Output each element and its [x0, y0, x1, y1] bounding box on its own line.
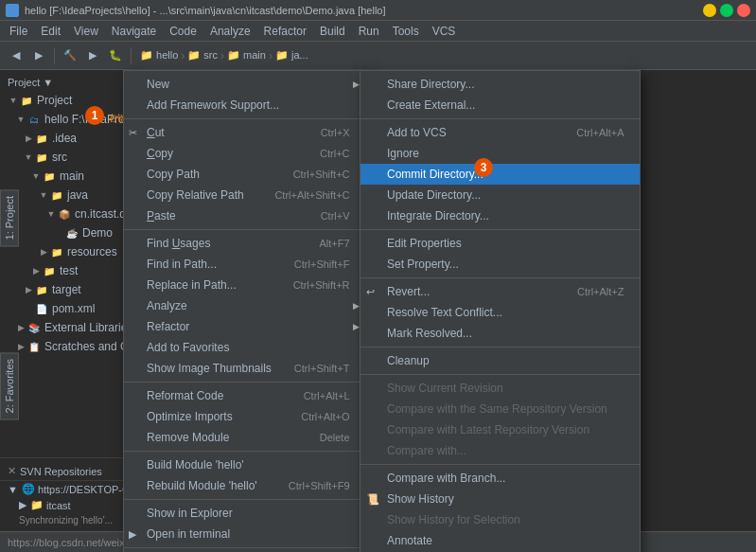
- ctx-remove-module[interactable]: Remove Module Delete: [124, 427, 365, 448]
- menu-code[interactable]: Code: [164, 23, 202, 40]
- sub-update-dir[interactable]: Update Directory...: [360, 185, 640, 205]
- forward-btn[interactable]: ▶: [28, 45, 49, 66]
- toolbar-sep-2: [131, 47, 132, 64]
- tree-label-target: target: [52, 283, 81, 296]
- ctx-add-framework[interactable]: Add Framework Support...: [124, 95, 365, 116]
- menu-tools[interactable]: Tools: [387, 23, 425, 40]
- ctx-image-thumb[interactable]: Show Image Thumbnails Ctrl+Shift+T: [124, 358, 365, 379]
- ctx-sep-1: [124, 118, 365, 119]
- minimize-btn[interactable]: [703, 4, 716, 17]
- ctx-sep-4: [124, 451, 365, 452]
- sub-mark-resolved[interactable]: Mark Resolved...: [360, 323, 640, 344]
- ctx-copy-path[interactable]: Copy Path Ctrl+Shift+C: [124, 164, 365, 185]
- tree-label-project: Project: [37, 94, 72, 107]
- run-btn[interactable]: ▶: [82, 45, 103, 66]
- sub-resolve-conflict[interactable]: Resolve Text Conflict...: [360, 302, 640, 323]
- tree-label-resources: resources: [67, 245, 117, 258]
- sub-create-ext[interactable]: Create External...: [360, 95, 640, 116]
- tree-label-idea: .idea: [52, 132, 77, 145]
- tree-label-main: main: [60, 169, 84, 183]
- sub-revert[interactable]: ↩ Revert... Ctrl+Alt+Z: [360, 281, 640, 302]
- ctx-copy[interactable]: Copy Ctrl+C: [124, 143, 365, 164]
- breadcrumb-java[interactable]: 📁 ja...: [275, 49, 308, 62]
- ctx-sep-6: [124, 547, 365, 548]
- title-bar: hello [F:\IdeaProjects\hello] - ...\src\…: [0, 0, 756, 21]
- ctx-cut[interactable]: ✂ Cut Ctrl+X: [124, 122, 365, 143]
- menu-file[interactable]: File: [4, 23, 33, 40]
- sub-annotate[interactable]: Annotate: [360, 530, 640, 551]
- sub-add-vcs[interactable]: Add to VCS Ctrl+Alt+A: [360, 122, 640, 143]
- ctx-find-path[interactable]: Find in Path... Ctrl+Shift+F: [124, 254, 365, 275]
- breadcrumb-hello[interactable]: 📁 hello: [140, 49, 178, 62]
- sub-compare-same-repo: Compare with the Same Repository Version: [360, 399, 640, 419]
- menu-edit[interactable]: Edit: [35, 23, 66, 40]
- menu-navigate[interactable]: Navigate: [106, 23, 162, 40]
- window-controls: [703, 4, 750, 17]
- back-btn[interactable]: ◀: [6, 45, 26, 66]
- tree-label-java: java: [67, 188, 88, 202]
- ctx-rebuild-module[interactable]: Rebuild Module 'hello' Ctrl+Shift+F9: [124, 475, 365, 496]
- ctx-reformat[interactable]: Reformat Code Ctrl+Alt+L: [124, 385, 365, 406]
- sub-sep-6: [360, 464, 640, 465]
- sub-set-prop[interactable]: Set Property...: [360, 254, 640, 275]
- ctx-copy-rel-path[interactable]: Copy Relative Path Ctrl+Alt+Shift+C: [124, 185, 365, 205]
- history-icon: 📜: [366, 493, 379, 506]
- context-menu: New Add Framework Support... ✂ Cut Ctrl+…: [123, 70, 366, 552]
- ctx-sep-2: [124, 229, 365, 230]
- favorites-tab[interactable]: 2: Favorites: [0, 352, 19, 419]
- ctx-new[interactable]: New: [124, 74, 365, 95]
- sidebar-title: Project ▼: [8, 77, 53, 88]
- ctx-sep-3: [124, 382, 365, 383]
- ctx-show-explorer[interactable]: Show in Explorer: [124, 503, 365, 524]
- ctx-add-favorites[interactable]: Add to Favorites: [124, 337, 365, 358]
- menu-analyze[interactable]: Analyze: [204, 23, 256, 40]
- menu-refactor[interactable]: Refactor: [258, 23, 312, 40]
- project-tab[interactable]: 1: Project: [0, 189, 19, 246]
- sub-sep-3: [360, 277, 640, 278]
- sub-sep-5: [360, 374, 640, 375]
- sub-commit-dir[interactable]: Commit Directory... 3: [360, 164, 640, 185]
- ctx-refactor[interactable]: Refactor: [124, 316, 365, 337]
- sub-compare-branch[interactable]: Compare with Branch...: [360, 468, 640, 489]
- sub-ignore[interactable]: Ignore: [360, 143, 640, 164]
- sub-show-history[interactable]: 📜 Show History: [360, 489, 640, 509]
- ctx-paste[interactable]: Paste Ctrl+V: [124, 205, 365, 226]
- favorites-tab-label: 2: Favorites: [4, 359, 15, 413]
- sub-cleanup[interactable]: Cleanup: [360, 350, 640, 371]
- svn-label-itcast: itcast: [46, 500, 71, 511]
- maximize-btn[interactable]: [720, 4, 733, 17]
- revert-icon: ↩: [366, 286, 375, 298]
- breadcrumb-src[interactable]: 📁 src: [187, 49, 218, 62]
- sub-share-dir[interactable]: Share Directory...: [360, 74, 640, 95]
- ctx-open-terminal[interactable]: ▶ Open in terminal: [124, 524, 365, 544]
- sub-edit-props[interactable]: Edit Properties: [360, 233, 640, 254]
- cut-icon: ✂: [129, 127, 137, 139]
- menu-build[interactable]: Build: [314, 23, 351, 40]
- menu-view[interactable]: View: [68, 23, 104, 40]
- sub-compare-latest-repo: Compare with Latest Repository Version: [360, 419, 640, 440]
- app-icon: [6, 4, 19, 17]
- menu-vcs[interactable]: VCS: [427, 23, 462, 40]
- sub-sep-2: [360, 229, 640, 230]
- breadcrumb-main[interactable]: 📁 main: [227, 49, 266, 62]
- title-bar-text: hello [F:\IdeaProjects\hello] - ...\src\…: [25, 5, 703, 16]
- ctx-optimize-imports[interactable]: Optimize Imports Ctrl+Alt+O: [124, 406, 365, 427]
- ctx-find-usages[interactable]: Find Usages Alt+F7: [124, 233, 365, 254]
- sub-menu: Share Directory... Create External... Ad…: [360, 70, 641, 552]
- build-btn[interactable]: 🔨: [60, 45, 80, 66]
- close-btn[interactable]: [737, 4, 750, 17]
- tree-label-test: test: [60, 264, 78, 277]
- ctx-replace-path[interactable]: Replace in Path... Ctrl+Shift+R: [124, 275, 365, 295]
- sub-sep-1: [360, 118, 640, 119]
- tree-label-src: src: [52, 151, 67, 164]
- ctx-analyze[interactable]: Analyze: [124, 295, 365, 316]
- sub-show-history-sel: Show History for Selection: [360, 509, 640, 530]
- menu-run[interactable]: Run: [353, 23, 385, 40]
- sub-integrate-dir[interactable]: Integrate Directory...: [360, 205, 640, 226]
- sub-sep-4: [360, 347, 640, 347]
- ctx-build-module[interactable]: Build Module 'hello': [124, 454, 365, 475]
- sub-compare-with: Compare with...: [360, 440, 640, 461]
- debug-btn[interactable]: 🐛: [105, 45, 126, 66]
- breadcrumb: 📁 hello › 📁 src › 📁 main › 📁 ja...: [140, 49, 308, 62]
- ctx-sep-5: [124, 499, 365, 500]
